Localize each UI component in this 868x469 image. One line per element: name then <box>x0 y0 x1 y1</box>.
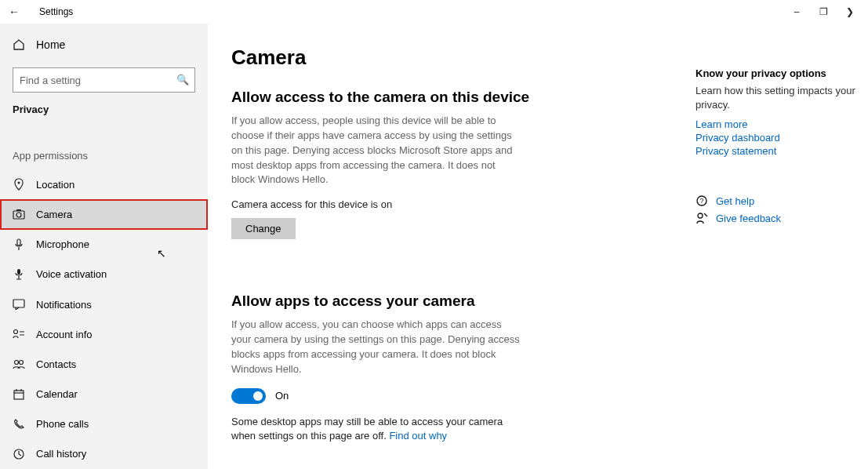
help-panel: Know your privacy options Learn how this… <box>695 24 868 469</box>
history-icon <box>13 449 25 460</box>
page-title: Camera <box>231 45 664 70</box>
section-description: If you allow access, people using this d… <box>231 114 521 187</box>
status-text: Camera access for this device is on <box>231 198 664 210</box>
help-icon: ? <box>695 195 708 207</box>
calendar-icon <box>13 389 25 400</box>
sidebar-item-label: Account info <box>36 329 93 340</box>
close-button[interactable]: ❯ <box>837 6 863 17</box>
help-heading: Know your privacy options <box>695 67 860 79</box>
sidebar-item-camera[interactable]: Camera <box>0 199 208 229</box>
svg-point-8 <box>15 361 19 365</box>
privacy-statement-link[interactable]: Privacy statement <box>695 145 860 157</box>
sidebar-item-label: Microphone <box>36 238 89 250</box>
back-button[interactable]: ← <box>5 5 24 18</box>
svg-point-2 <box>16 213 21 217</box>
section-description: If you allow access, you can choose whic… <box>231 318 521 376</box>
sidebar-item-call-history[interactable]: Call history <box>0 439 208 469</box>
sidebar-item-home[interactable]: Home <box>0 30 208 60</box>
sidebar-item-label: Home <box>36 38 65 51</box>
minimize-button[interactable]: – <box>783 6 810 17</box>
svg-point-7 <box>14 330 18 334</box>
group-heading: App permissions <box>0 150 208 162</box>
main-content: Camera Allow access to the camera on thi… <box>208 24 695 469</box>
sidebar-item-contacts[interactable]: Contacts <box>0 349 208 379</box>
sidebar-item-notifications[interactable]: Notifications <box>0 289 208 319</box>
sidebar-item-phone-calls[interactable]: Phone calls <box>0 409 208 439</box>
sidebar-item-label: Location <box>36 179 74 191</box>
svg-point-17 <box>698 213 703 218</box>
section-heading: Privacy <box>0 104 208 115</box>
svg-text:?: ? <box>699 197 703 205</box>
restore-button[interactable]: ❐ <box>810 6 837 17</box>
sidebar-item-label: Call history <box>36 448 86 460</box>
learn-more-link[interactable]: Learn more <box>695 118 860 130</box>
sidebar-item-label: Camera <box>36 209 72 220</box>
svg-rect-4 <box>17 239 20 245</box>
fine-print: Some desktop apps may still be able to a… <box>231 415 521 445</box>
window-title: Settings <box>39 6 73 17</box>
titlebar: ← Settings – ❐ ❯ <box>0 0 868 24</box>
sidebar-item-location[interactable]: Location <box>0 169 208 199</box>
phone-icon <box>13 419 25 430</box>
section-heading: Allow apps to access your camera <box>231 293 664 310</box>
help-text: Learn how this setting impacts your priv… <box>695 84 860 112</box>
sidebar-item-label: Calendar <box>36 388 78 400</box>
find-out-why-link[interactable]: Find out why <box>389 430 447 442</box>
sidebar-item-label: Contacts <box>36 358 76 370</box>
sidebar-item-voice-activation[interactable]: Voice activation <box>0 260 208 289</box>
sidebar-item-label: Phone calls <box>36 418 89 430</box>
camera-icon <box>13 209 25 220</box>
search-input[interactable] <box>13 67 195 93</box>
svg-point-9 <box>20 361 24 365</box>
svg-rect-6 <box>13 300 24 307</box>
notifications-icon <box>13 299 25 310</box>
account-icon <box>13 329 25 340</box>
microphone-icon <box>13 238 25 251</box>
toggle-label: On <box>275 390 289 402</box>
contacts-icon <box>13 358 25 369</box>
sidebar-item-microphone[interactable]: Microphone <box>0 230 208 260</box>
sidebar-item-label: Notifications <box>36 299 92 311</box>
sidebar-item-account-info[interactable]: Account info <box>0 319 208 349</box>
feedback-icon <box>695 212 708 224</box>
sidebar: Home 🔍 Privacy App permissions Location … <box>0 24 208 469</box>
svg-rect-10 <box>14 391 24 399</box>
svg-rect-3 <box>16 209 21 211</box>
section-heading: Allow access to the camera on this devic… <box>231 89 664 106</box>
give-feedback-link[interactable]: Give feedback <box>716 213 781 224</box>
sidebar-item-label: Voice activation <box>36 268 107 280</box>
svg-point-0 <box>18 182 20 184</box>
svg-rect-5 <box>17 269 20 274</box>
change-button[interactable]: Change <box>231 218 296 239</box>
home-icon <box>13 38 25 51</box>
sidebar-item-calendar[interactable]: Calendar <box>0 380 208 409</box>
location-icon <box>13 178 25 191</box>
privacy-dashboard-link[interactable]: Privacy dashboard <box>695 132 860 144</box>
get-help-link[interactable]: Get help <box>716 195 754 207</box>
voice-icon <box>13 268 25 281</box>
allow-apps-toggle[interactable] <box>231 388 266 404</box>
